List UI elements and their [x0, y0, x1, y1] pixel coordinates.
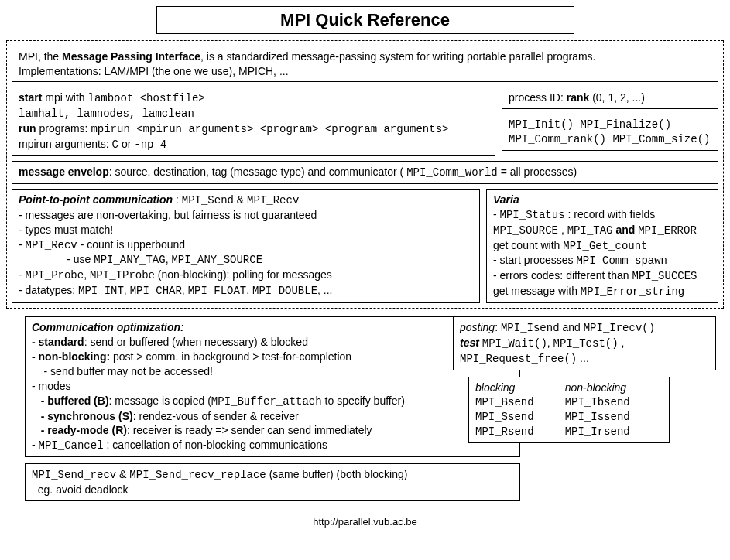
run-text: programs: — [36, 122, 91, 135]
mpi-recv2: MPI_Recv — [26, 239, 77, 251]
mpi-tag: MPI_TAG — [567, 224, 613, 237]
posting-and: and — [560, 321, 584, 333]
opt-nonblocking: - non-blocking: — [32, 350, 110, 363]
mpi-rsend: MPI_Rsend — [475, 425, 565, 439]
intro-box: MPI, the Message Passing Interface, is a… — [12, 46, 718, 83]
varia-title: Varia — [493, 193, 519, 206]
varia-sep: , — [558, 224, 567, 236]
args-or: or — [118, 138, 134, 150]
varia-l1-pre: - — [493, 208, 500, 220]
mpi-finalize: MPI_Finalize() — [580, 118, 671, 131]
rank-pre: process ID: — [509, 91, 567, 104]
test-dots: ... — [577, 352, 589, 364]
start-run-box: start mpi with lamboot <hostfile> lamhal… — [12, 87, 495, 156]
mpi-iprobe: MPI_IProbe — [90, 269, 155, 282]
ptp-l5-pre: - — [19, 268, 26, 281]
varia-l3-pre: get count with — [493, 239, 563, 251]
opt-std-post: : send or buffered (when necessary) & bl… — [84, 336, 308, 348]
varia-l4-pre: - start processes — [493, 254, 576, 266]
opt-nb-post: post > comm. in background > test-for-co… — [110, 350, 351, 363]
envelop-label: message envelop — [19, 166, 109, 178]
lam-cmds: lamhalt, lamnodes, lamclean — [19, 108, 194, 120]
mpi-irsend: MPI_Irsend — [565, 425, 663, 439]
ptp-l3-pre: - — [19, 238, 26, 251]
mpi-request-free: MPI_Request_free() — [460, 353, 577, 365]
mpi-recv: MPI_Recv — [247, 194, 299, 207]
run-label: run — [19, 122, 36, 135]
envelop-text: : source, destination, tag (message type… — [109, 166, 406, 178]
optimization-section: Communication optimization: - standard: … — [25, 316, 724, 457]
args-np: -np 4 — [134, 138, 166, 151]
opt-buf-post2: to specify buffer) — [322, 394, 405, 407]
envelop-text2: = all processes) — [498, 166, 577, 178]
opt-cancel-pre: - — [32, 439, 39, 451]
ptp-l3-post: - count is upperbound — [77, 238, 185, 251]
opt-cancel-post: : cancellation of non-blocking communica… — [104, 439, 328, 451]
opt-buf-post: : message is copied ( — [109, 394, 211, 407]
varia-and: and — [613, 224, 639, 236]
mpi-comm-size: MPI_Comm_size() — [612, 133, 710, 145]
ptp-l2: - types must match! — [19, 224, 113, 236]
varia-l5-pre: - errors codes: different than — [493, 269, 632, 282]
opt-nb2: - send buffer may not be accessed! — [32, 365, 213, 377]
opt-buffered: - buffered (B) — [32, 394, 109, 407]
envelop-box: message envelop: source, destination, ta… — [12, 161, 718, 184]
mpi-send: MPI_Send — [182, 194, 234, 207]
start-label: start — [19, 91, 42, 104]
ptp-colon: : — [173, 193, 182, 206]
mpi-double: MPI_DOUBLE — [252, 285, 317, 297]
mpi-ssend: MPI_Ssend — [475, 410, 565, 425]
intro-mpi-bold: Message Passing Interface — [62, 50, 200, 63]
ptp-l6-post: , ... — [317, 284, 332, 296]
mpi-source: MPI_SOURCE — [493, 224, 558, 237]
test-label: test — [460, 336, 479, 349]
mpi-issend: MPI_Issend — [565, 410, 663, 425]
ptp-l5-post: (non-blocking): polling for messages — [155, 268, 332, 281]
any-tag: MPI_ANY_TAG — [94, 254, 165, 266]
th-nonblocking: non-blocking — [565, 381, 663, 395]
ptp-l1: - messages are non-overtaking, but fairn… — [19, 209, 317, 221]
ptp-l5-mid: , — [84, 268, 90, 281]
comm-world: MPI_Comm_world — [406, 166, 498, 179]
ptp-l4-pre: - use — [19, 253, 94, 265]
page-title: MPI Quick Reference — [156, 6, 574, 34]
optimization-box: Communication optimization: - standard: … — [25, 316, 520, 457]
core-funcs-box: MPI_Init() MPI_Finalize() MPI_Comm_rank(… — [502, 114, 718, 151]
mpi-char: MPI_CHAR — [130, 285, 182, 297]
mpi-float: MPI_FLOAT — [188, 285, 247, 297]
varia-box: Varia - MPI_Status : record with fields … — [486, 189, 718, 303]
args-label: mpirun arguments: — [19, 138, 112, 150]
varia-l6-pre: get message with — [493, 285, 581, 297]
sendrecv-post: (same buffer) (both blocking) — [266, 468, 408, 480]
posting-label: posting — [460, 321, 495, 333]
ptp-amp: & — [234, 193, 247, 206]
opt-syn-post: : rendez-vous of sender & receiver — [133, 410, 299, 422]
rank-post: (0, 1, 2, ...) — [589, 91, 645, 104]
any-source: MPI_ANY_SOURCE — [171, 254, 262, 266]
posting-colon: : — [495, 321, 501, 333]
opt-synchronous: - synchronous (S) — [32, 410, 133, 422]
mpi-get-count: MPI_Get_count — [563, 240, 647, 252]
intro-text: MPI, the — [19, 50, 62, 63]
mpi-error: MPI_ERROR — [638, 224, 697, 237]
sendrecv-l2: eg. avoid deadlock — [32, 483, 129, 496]
main-reference-panel: MPI, the Message Passing Interface, is a… — [6, 40, 724, 309]
mpi-succes: MPI_SUCCES — [632, 270, 697, 282]
th-blocking: blocking — [475, 381, 565, 395]
mpi-irecv: MPI_Irecv() — [584, 322, 655, 334]
mpi-cancel: MPI_Cancel — [39, 439, 104, 452]
mpirun-cmd: mpirun <mpirun arguments> <program> <pro… — [91, 123, 448, 135]
opt-standard: - standard — [32, 336, 84, 348]
mpi-error-string: MPI_Error_string — [581, 285, 684, 298]
mpi-status: MPI_Status — [500, 209, 565, 221]
sendrecv-amp: & — [116, 468, 129, 480]
mpi-send-recv-replace: MPI_Send_recv_replace — [129, 469, 266, 481]
opt-modes: - modes — [32, 380, 71, 392]
sendrecv-box: MPI_Send_recv & MPI_Send_recv_replace (s… — [25, 463, 520, 501]
mpi-wait: MPI_Wait() — [482, 337, 547, 350]
opt-rdy-post: : receiver is ready => sender can send i… — [127, 424, 372, 436]
opt-title: Communication optimization: — [32, 321, 184, 333]
opt-ready: - ready-mode (R) — [32, 424, 127, 436]
mpi-init: MPI_Init() — [509, 118, 574, 131]
modes-table-box: blocking non-blocking MPI_Bsend MPI_Ibse… — [468, 377, 670, 443]
